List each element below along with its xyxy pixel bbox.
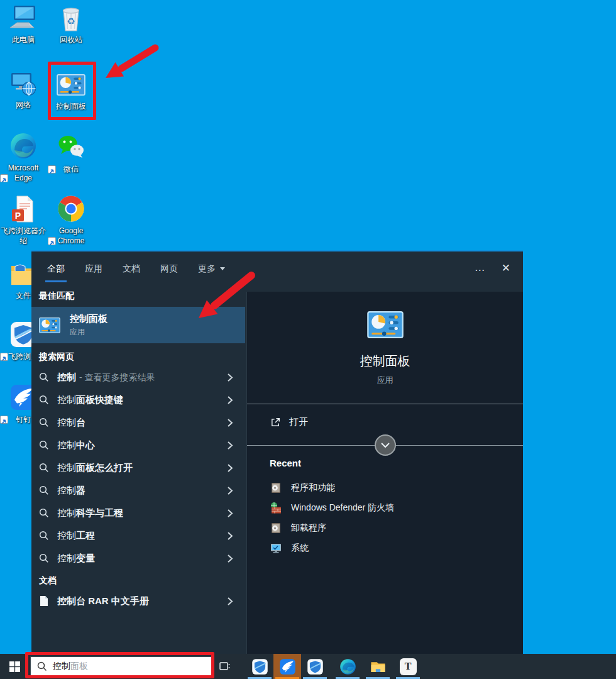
suggestion-row[interactable]: 控制中心 xyxy=(31,434,245,456)
chevron-right-icon[interactable] xyxy=(226,509,234,518)
shortcut-arrow-icon xyxy=(0,353,8,361)
network-icon xyxy=(9,69,38,98)
dingtalk-icon xyxy=(279,658,296,675)
suggestion-row[interactable]: 控制台 xyxy=(31,411,245,434)
windows-logo-icon xyxy=(9,661,20,672)
suggestion-row[interactable]: 控制- 查看更多搜索结果 xyxy=(31,366,245,389)
task-view-button[interactable] xyxy=(212,654,237,679)
recent-item[interactable]: 程序和功能 xyxy=(247,478,523,498)
recent-item[interactable]: Windows Defender 防火墙 xyxy=(247,498,523,518)
chrome-icon xyxy=(57,195,85,224)
typora-icon: T xyxy=(400,658,417,675)
suggestion-row[interactable]: 控制科学与工程 xyxy=(31,502,245,524)
recent-item[interactable]: 系统 xyxy=(247,538,523,558)
desktop-icon-label: 控制面板 xyxy=(47,101,95,111)
taskbar-app-file-explorer[interactable] xyxy=(364,654,392,679)
shield-browser-icon xyxy=(251,658,268,675)
document-icon xyxy=(39,595,49,607)
taskbar-app-edge[interactable] xyxy=(334,654,361,679)
chevron-right-icon[interactable] xyxy=(226,441,234,450)
close-button[interactable]: ✕ xyxy=(502,262,510,275)
suggestion-row[interactable]: 控制面板快捷键 xyxy=(31,389,245,411)
recent-item[interactable]: 卸载程序 xyxy=(247,518,523,538)
shield-browser-icon xyxy=(307,658,324,675)
tab-documents[interactable]: 文档 xyxy=(121,254,142,282)
desktop-icon-wechat[interactable]: 微信 xyxy=(47,133,95,174)
desktop-icon-label: 飞跨浏览器介绍 xyxy=(0,226,47,246)
control-panel-icon xyxy=(39,317,60,334)
search-panel: 全部 应用 文档 网页 更多 … ✕ 最佳匹配 控制面板 应用 搜索网页 控制-… xyxy=(31,250,523,654)
documents-header: 文档 xyxy=(39,572,57,588)
shortcut-arrow-icon xyxy=(48,237,56,245)
chevron-right-icon[interactable] xyxy=(226,554,234,563)
tab-apps[interactable]: 应用 xyxy=(83,254,104,282)
tab-all[interactable]: 全部 xyxy=(45,254,67,282)
wechat-icon xyxy=(57,133,85,162)
control-panel-icon xyxy=(57,70,85,99)
tab-more[interactable]: 更多 xyxy=(196,254,227,282)
chevron-right-icon[interactable] xyxy=(226,418,234,428)
document-result[interactable]: 控制台 RAR 中文手册 xyxy=(31,590,245,612)
desktop-icon-label: 回收站 xyxy=(47,35,95,45)
edge-icon xyxy=(9,132,38,161)
svg-text:♻: ♻ xyxy=(67,16,75,26)
system-monitor-icon xyxy=(270,542,282,555)
svg-text:P: P xyxy=(15,211,21,221)
options-ellipsis-button[interactable]: … xyxy=(475,262,485,274)
suggestion-row[interactable]: 控制面板怎么打开 xyxy=(31,456,245,479)
desktop-icon-control-panel[interactable]: 控制面板 xyxy=(47,70,95,111)
preview-pane: 控制面板 应用 打开 Recent 程序和功能 xyxy=(246,292,523,654)
recent-header: Recent xyxy=(270,458,301,468)
taskbar: 控制面板 xyxy=(0,654,616,679)
divider xyxy=(247,404,523,404)
taskbar-search-input[interactable]: 控制面板 xyxy=(30,656,212,677)
desktop-icon-ppt-file[interactable]: P 飞跨浏览器介绍 xyxy=(0,195,47,246)
taskbar-app-dingtalk[interactable] xyxy=(273,654,301,679)
chevron-right-icon[interactable] xyxy=(226,597,234,606)
program-box-icon xyxy=(270,522,282,534)
desktop-icon-this-pc[interactable]: 此电脑 xyxy=(0,4,47,45)
best-match-subtitle: 应用 xyxy=(70,327,107,338)
desktop-icon-network[interactable]: 网络 xyxy=(0,69,47,110)
desktop-icon-recycle-bin[interactable]: ♻ 回收站 xyxy=(47,4,95,45)
search-icon xyxy=(39,531,49,541)
annotation-arrow-desktop xyxy=(106,48,155,78)
chevron-right-icon[interactable] xyxy=(226,463,234,473)
open-action[interactable]: 打开 xyxy=(247,409,523,435)
chevron-right-icon[interactable] xyxy=(226,531,234,541)
search-icon xyxy=(39,417,49,428)
search-typed-text: 控制 xyxy=(53,661,70,672)
taskbar-app-shield-browser[interactable] xyxy=(246,654,273,679)
search-icon xyxy=(39,372,49,382)
suggestion-row[interactable]: 控制器 xyxy=(31,479,245,502)
web-search-header: 搜索网页 xyxy=(39,348,74,365)
search-icon xyxy=(39,508,49,518)
suggestion-row[interactable]: 控制工程 xyxy=(31,524,245,547)
this-pc-icon xyxy=(9,4,38,33)
best-match-title: 控制面板 xyxy=(70,313,107,325)
powerpoint-file-icon: P xyxy=(9,195,38,224)
best-match-result[interactable]: 控制面板 应用 xyxy=(31,307,245,343)
desktop-icon-google-chrome[interactable]: Google Chrome xyxy=(47,195,95,246)
desktop-icon-microsoft-edge[interactable]: Microsoft Edge xyxy=(0,132,47,183)
document-title: 控制台 RAR 中文手册 xyxy=(57,595,149,607)
start-button[interactable] xyxy=(0,654,29,679)
search-icon xyxy=(39,553,49,563)
recent-list: 程序和功能 Windows Defender 防火墙 卸载程序 xyxy=(247,478,523,558)
tab-web[interactable]: 网页 xyxy=(158,254,180,282)
chevron-right-icon[interactable] xyxy=(226,486,234,495)
taskbar-app-typora[interactable]: T xyxy=(394,654,422,679)
chevron-down-icon xyxy=(380,441,391,449)
shortcut-arrow-icon xyxy=(48,165,56,174)
search-icon xyxy=(39,395,49,405)
control-panel-icon xyxy=(367,311,404,339)
open-icon xyxy=(270,416,282,428)
chevron-right-icon[interactable] xyxy=(226,395,234,405)
shortcut-arrow-icon xyxy=(0,174,8,182)
program-box-icon xyxy=(270,482,282,494)
chevron-right-icon[interactable] xyxy=(226,373,234,382)
taskbar-app-shield-browser[interactable] xyxy=(301,654,329,679)
expand-chevron-button[interactable] xyxy=(375,434,396,456)
recycle-bin-icon: ♻ xyxy=(57,4,85,33)
suggestion-row[interactable]: 控制变量 xyxy=(31,547,245,570)
